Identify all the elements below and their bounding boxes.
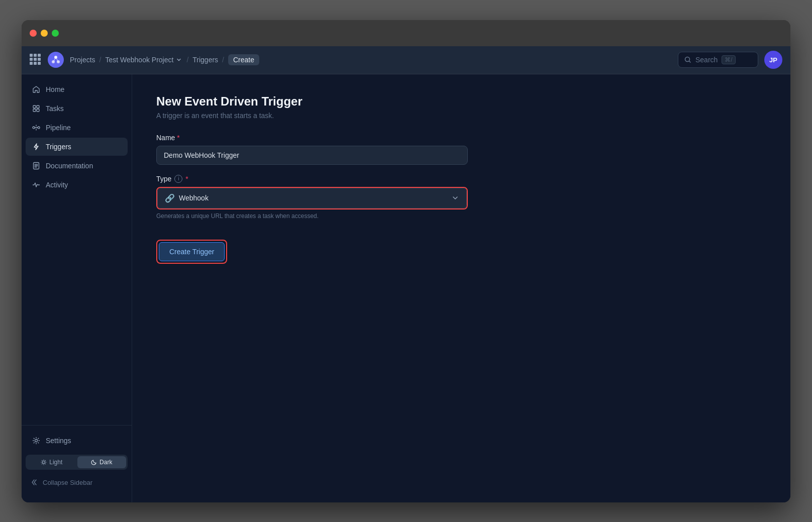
breadcrumb-projects[interactable]: Projects — [70, 56, 95, 64]
pipeline-icon — [32, 123, 41, 132]
theme-dark-btn[interactable]: Dark — [77, 456, 127, 468]
create-trigger-button[interactable]: Create Trigger — [159, 242, 225, 261]
type-select[interactable]: 🔗 Webhook — [157, 188, 467, 208]
page-title: New Event Driven Trigger — [156, 94, 766, 109]
app-logo — [48, 52, 64, 68]
breadcrumb-sep-2: / — [186, 56, 188, 64]
search-icon — [684, 56, 691, 63]
sidebar-item-triggers[interactable]: Triggers — [26, 138, 128, 156]
search-box[interactable]: Search ⌘/ — [678, 52, 758, 68]
sidebar-nav: Home Tasks — [22, 80, 132, 425]
theme-dark-label: Dark — [99, 459, 112, 466]
name-required-marker: * — [177, 134, 179, 142]
sidebar-item-activity[interactable]: Activity — [26, 176, 128, 194]
maximize-button[interactable] — [52, 30, 59, 37]
sidebar-documentation-label: Documentation — [46, 162, 93, 170]
sidebar: Home Tasks — [22, 74, 132, 502]
theme-light-btn[interactable]: Light — [27, 456, 76, 468]
name-input[interactable] — [156, 146, 468, 165]
svg-point-10 — [33, 127, 35, 129]
sidebar-item-pipeline[interactable]: Pipeline — [26, 119, 128, 137]
grid-menu-icon[interactable] — [30, 54, 42, 66]
sun-icon — [41, 459, 47, 465]
breadcrumb: Projects / Test Webhook Project / Trigge… — [70, 54, 259, 65]
sidebar-triggers-label: Triggers — [46, 143, 71, 151]
type-required-marker: * — [185, 175, 188, 183]
top-nav: Projects / Test Webhook Project / Trigge… — [22, 46, 790, 74]
type-select-wrapper: 🔗 Webhook — [156, 187, 468, 210]
select-chevron-icon — [451, 194, 459, 202]
avatar[interactable]: JP — [764, 51, 782, 69]
activity-icon — [32, 180, 41, 189]
sidebar-item-home[interactable]: Home — [26, 80, 128, 98]
create-trigger-btn-wrapper: Create Trigger — [156, 240, 227, 264]
documentation-icon — [32, 161, 41, 170]
sidebar-item-tasks[interactable]: Tasks — [26, 99, 128, 118]
traffic-lights — [30, 30, 59, 37]
moon-icon — [91, 459, 97, 465]
minimize-button[interactable] — [41, 30, 48, 37]
tasks-icon — [32, 104, 41, 113]
collapse-icon — [32, 479, 39, 486]
app-shell: Projects / Test Webhook Project / Trigge… — [22, 46, 790, 502]
main-content: New Event Driven Trigger A trigger is an… — [132, 74, 790, 502]
search-shortcut: ⌘/ — [722, 55, 735, 64]
collapse-sidebar-label: Collapse Sidebar — [43, 479, 92, 486]
sidebar-bottom: Settings Light — [22, 425, 132, 496]
sidebar-item-settings[interactable]: Settings — [26, 432, 128, 450]
sidebar-home-label: Home — [46, 85, 64, 93]
triggers-icon — [32, 142, 41, 151]
nav-right: Search ⌘/ JP — [678, 51, 782, 69]
webhook-icon: 🔗 — [165, 193, 175, 203]
type-hint: Generates a unique URL that creates a ta… — [156, 213, 766, 220]
collapse-sidebar-btn[interactable]: Collapse Sidebar — [26, 475, 128, 490]
breadcrumb-sep-3: / — [222, 56, 224, 64]
type-form-group: Type i * 🔗 Webhook — [156, 175, 766, 220]
type-info-icon[interactable]: i — [174, 175, 182, 183]
breadcrumb-project-name[interactable]: Test Webhook Project — [105, 56, 182, 64]
title-bar — [22, 20, 790, 46]
app-window: Projects / Test Webhook Project / Trigge… — [22, 20, 790, 502]
svg-point-13 — [35, 439, 38, 442]
svg-point-14 — [43, 461, 45, 463]
breadcrumb-triggers[interactable]: Triggers — [192, 56, 218, 64]
sidebar-settings-label: Settings — [46, 437, 71, 445]
gear-icon — [32, 436, 41, 445]
breadcrumb-sep-1: / — [99, 56, 102, 64]
type-label: Type i * — [156, 175, 766, 183]
sidebar-pipeline-label: Pipeline — [46, 124, 71, 132]
type-selected-value: Webhook — [179, 194, 209, 202]
name-form-group: Name * — [156, 134, 766, 165]
breadcrumb-create: Create — [228, 54, 259, 65]
search-label: Search — [695, 56, 718, 64]
page-subtitle: A trigger is an event that starts a task… — [156, 112, 766, 120]
svg-rect-9 — [37, 109, 39, 112]
sidebar-item-documentation[interactable]: Documentation — [26, 157, 128, 175]
sidebar-tasks-label: Tasks — [46, 105, 64, 113]
home-icon — [32, 85, 41, 94]
theme-toggle: Light Dark — [26, 455, 128, 470]
svg-rect-6 — [33, 106, 36, 108]
theme-light-label: Light — [49, 459, 62, 466]
sidebar-activity-label: Activity — [46, 181, 68, 189]
svg-rect-7 — [37, 106, 39, 108]
name-label: Name * — [156, 134, 766, 142]
layout: Home Tasks — [22, 74, 790, 502]
svg-rect-8 — [33, 109, 36, 112]
svg-point-11 — [38, 127, 40, 129]
close-button[interactable] — [30, 30, 37, 37]
